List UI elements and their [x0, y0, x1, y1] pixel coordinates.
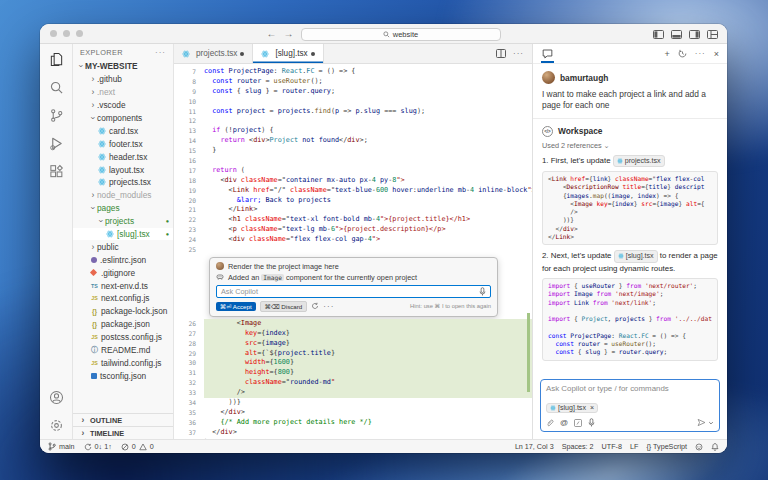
accept-button[interactable]: ⌘⏎ Accept: [216, 302, 256, 311]
code-line[interactable]: 15 }: [174, 146, 532, 156]
attach-icon[interactable]: [546, 419, 554, 427]
account-icon[interactable]: [49, 390, 64, 405]
tree-item[interactable]: ›.vscode: [73, 99, 173, 112]
tree-item[interactable]: JSpostcss.config.js: [73, 331, 173, 344]
tree-item[interactable]: ›projects●: [73, 215, 173, 228]
editor-tab[interactable]: projects.tsx: [174, 44, 253, 63]
tree-item[interactable]: {}package.json: [73, 318, 173, 331]
customize-layout-icon[interactable]: [707, 30, 718, 39]
code-line[interactable]: 22 <h1 className="text-xl font-bold mb-4…: [174, 215, 532, 225]
code-line[interactable]: 26 <Image: [174, 319, 532, 329]
sync-indicator[interactable]: 0↓ 1↑: [84, 442, 112, 451]
window-minimize-button[interactable]: [63, 30, 70, 37]
code-line[interactable]: 16: [174, 156, 532, 166]
code-line[interactable]: 14 return <div>Project not found</div>;: [174, 136, 532, 146]
search-icon[interactable]: [49, 80, 64, 95]
status-item[interactable]: Ln 17, Col 3: [515, 442, 554, 451]
code-line[interactable]: 25: [174, 245, 532, 255]
code-line[interactable]: 27 key={index}: [174, 329, 532, 339]
new-chat-icon[interactable]: +: [664, 49, 669, 59]
tree-item[interactable]: ›pages: [73, 202, 173, 215]
code-line[interactable]: 38);: [174, 438, 532, 439]
code-line[interactable]: 12: [174, 116, 532, 126]
code-line[interactable]: 35 </div>: [174, 408, 532, 418]
tree-item[interactable]: {}package-lock.json: [73, 305, 173, 318]
remove-context-icon[interactable]: ×: [588, 404, 594, 412]
code-line[interactable]: 36 {/* Add more project details here */}: [174, 418, 532, 428]
status-item[interactable]: UTF-8: [602, 442, 622, 451]
chat-input-box[interactable]: Ask Copilot or type / for commands [slug…: [540, 379, 720, 432]
tree-item[interactable]: header.tsx: [73, 150, 173, 163]
title-bar[interactable]: ← → website: [40, 24, 727, 44]
code-line[interactable]: 18 <div className="container mx-auto px-…: [174, 176, 532, 186]
tree-item[interactable]: [slug].tsx●: [73, 228, 173, 241]
extensions-icon[interactable]: [49, 164, 64, 179]
inline-chat-more-icon[interactable]: ···: [323, 302, 334, 311]
problems-indicator[interactable]: 0 0: [121, 442, 154, 451]
regenerate-icon[interactable]: [311, 302, 319, 310]
forward-arrow-icon[interactable]: →: [284, 29, 294, 39]
code-line[interactable]: 7const ProjectPage: React.FC = () => {: [174, 67, 532, 77]
code-line[interactable]: 13 if (!project) {: [174, 126, 532, 136]
sidebar-panel-outline[interactable]: ›OUTLINE: [73, 413, 173, 426]
status-item[interactable]: LF: [630, 442, 638, 451]
explorer-more-icon[interactable]: ···: [155, 48, 166, 57]
code-line[interactable]: 20 &larr; Back to projects: [174, 196, 532, 206]
code-line[interactable]: 11 const project = projects.find(p => p.…: [174, 107, 532, 117]
editor-tab[interactable]: [slug].tsx: [253, 44, 323, 63]
code-line[interactable]: 8 const router = useRouter();: [174, 77, 532, 87]
send-icon[interactable]: [697, 418, 706, 427]
explorer-icon[interactable]: [49, 52, 64, 67]
tree-item[interactable]: JSnext.config.js: [73, 292, 173, 305]
chevron-down-icon[interactable]: [708, 420, 714, 426]
tree-item[interactable]: .eslintrc.json: [73, 253, 173, 266]
code-line[interactable]: 32 className="rounded-md": [174, 378, 532, 388]
tree-item[interactable]: JStailwind.config.js: [73, 356, 173, 369]
status-item[interactable]: Spaces: 2: [562, 442, 594, 451]
toggle-secondary-sidebar-icon[interactable]: [689, 30, 700, 39]
code-line[interactable]: 19 <Link href="/" className="text-blue-6…: [174, 186, 532, 196]
tree-item[interactable]: layout.tsx: [73, 163, 173, 176]
feedback-icon[interactable]: [695, 443, 703, 451]
tree-item[interactable]: card.tsx: [73, 124, 173, 137]
back-arrow-icon[interactable]: ←: [267, 29, 277, 39]
close-icon[interactable]: ×: [714, 49, 719, 59]
tree-item[interactable]: TSnext-env.d.ts: [73, 279, 173, 292]
file-chip[interactable]: projects.tsx: [613, 155, 665, 167]
code-line[interactable]: 17 return (: [174, 166, 532, 176]
code-line[interactable]: 31 height={800}: [174, 368, 532, 378]
tree-item[interactable]: ›public: [73, 240, 173, 253]
status-item[interactable]: {} TypeScript: [646, 442, 687, 451]
notifications-bell-icon[interactable]: [711, 442, 719, 451]
references-toggle[interactable]: Used 2 references ⌄: [542, 141, 718, 150]
command-center-search[interactable]: website: [301, 28, 501, 41]
window-zoom-button[interactable]: [76, 30, 83, 37]
toggle-primary-sidebar-icon[interactable]: [653, 30, 664, 39]
tree-item[interactable]: ⓘREADME.md: [73, 344, 173, 357]
slash-command-icon[interactable]: [574, 419, 582, 427]
mention-icon[interactable]: @: [560, 418, 568, 427]
microphone-icon[interactable]: [588, 418, 595, 427]
inline-chat-input[interactable]: Ask Copilot: [216, 285, 491, 298]
chat-more-icon[interactable]: ···: [695, 49, 706, 58]
discard-button[interactable]: ⌘⌫ Discard: [260, 301, 308, 312]
tree-item[interactable]: footer.tsx: [73, 137, 173, 150]
code-editor[interactable]: 7const ProjectPage: React.FC = () => {8 …: [174, 64, 532, 439]
window-close-button[interactable]: [50, 30, 57, 37]
settings-gear-icon[interactable]: [49, 418, 64, 433]
code-line[interactable]: 37 </div>: [174, 428, 532, 438]
tree-item[interactable]: ›components: [73, 112, 173, 125]
run-debug-icon[interactable]: [49, 136, 64, 151]
file-chip[interactable]: [slug].tsx: [614, 250, 658, 262]
tree-item[interactable]: tsconfig.json: [73, 369, 173, 382]
code-line[interactable]: 30 width={1600}: [174, 358, 532, 368]
code-line[interactable]: 29 alt={`${project.title}: [174, 349, 532, 359]
code-line[interactable]: 34 ))}: [174, 398, 532, 408]
tree-item[interactable]: ›.next: [73, 86, 173, 99]
tree-item[interactable]: ›.github: [73, 73, 173, 86]
tree-root[interactable]: › MY-WEBSITE: [73, 60, 173, 73]
chat-view-icon[interactable]: [541, 46, 554, 62]
history-icon[interactable]: [678, 49, 687, 58]
code-line[interactable]: 21 </Link>: [174, 205, 532, 215]
code-line[interactable]: 10: [174, 97, 532, 107]
